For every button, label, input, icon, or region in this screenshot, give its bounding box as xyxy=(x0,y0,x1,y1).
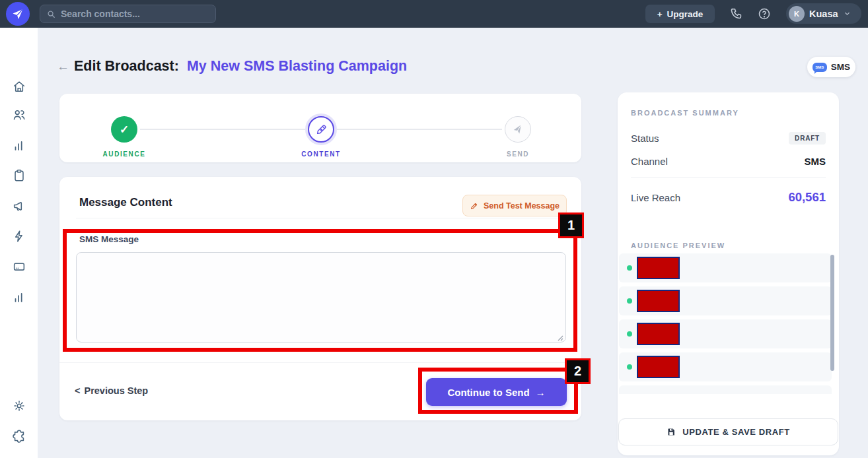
avatar: K xyxy=(789,6,805,22)
paper-plane-icon xyxy=(512,123,524,135)
audience-list-item xyxy=(619,286,832,315)
clipboard-icon[interactable] xyxy=(12,168,26,183)
audience-list-item xyxy=(619,253,832,282)
update-save-draft-button[interactable]: UPDATE & SAVE DRAFT xyxy=(618,418,838,445)
audience-preview-list xyxy=(619,253,832,394)
campaign-name: My New SMS Blasting Campaign xyxy=(187,58,407,74)
resize-handle-icon[interactable] xyxy=(556,334,563,341)
phone-icon[interactable] xyxy=(729,7,744,21)
continue-to-send-button[interactable]: Continue to Send → xyxy=(426,378,567,406)
live-reach-value: 60,561 xyxy=(788,190,826,205)
redacted-name xyxy=(637,257,680,279)
save-draft-label: UPDATE & SAVE DRAFT xyxy=(682,427,790,437)
step-audience[interactable]: ✓ xyxy=(111,116,137,143)
help-icon[interactable] xyxy=(757,7,772,21)
audience-list-item xyxy=(619,352,832,381)
upgrade-label: Upgrade xyxy=(667,9,704,19)
page-title: Edit Broadcast: My New SMS Blasting Camp… xyxy=(74,58,407,75)
search-bar xyxy=(40,5,216,23)
paper-plane-logo-icon xyxy=(11,7,24,20)
gear-icon[interactable] xyxy=(12,399,26,413)
online-dot-icon xyxy=(627,364,632,370)
check-icon: ✓ xyxy=(120,123,129,137)
status-badge: DRAFT xyxy=(789,132,826,145)
redacted-name xyxy=(637,323,680,345)
user-menu[interactable]: K Kuasa xyxy=(786,3,861,24)
step-content[interactable] xyxy=(308,116,334,143)
summary-heading: BROADCAST SUMMARY xyxy=(631,109,739,117)
online-dot-icon xyxy=(627,331,632,337)
card-icon[interactable] xyxy=(12,259,26,274)
redacted-name xyxy=(637,356,680,378)
search-icon xyxy=(46,9,56,19)
step-label-send: SEND xyxy=(478,150,558,158)
live-reach-label: Live Reach xyxy=(631,192,680,203)
sms-bubble-icon: SMS xyxy=(813,63,827,72)
redacted-name xyxy=(637,290,680,312)
message-content-card: Message Content Send Test Message SMS Me… xyxy=(59,177,581,420)
broadcast-summary-panel: BROADCAST SUMMARY Status DRAFT Channel S… xyxy=(618,92,839,455)
lightning-icon[interactable] xyxy=(12,229,26,244)
channel-badge: SMS SMS xyxy=(807,57,855,77)
app-logo[interactable] xyxy=(6,2,30,26)
step-label-content: CONTENT xyxy=(281,150,361,158)
left-sidebar xyxy=(0,28,38,458)
audience-preview-heading: AUDIENCE PREVIEW xyxy=(631,242,725,249)
channel-value: SMS xyxy=(804,156,826,167)
chevron-left-icon: < xyxy=(75,385,80,396)
home-icon[interactable] xyxy=(12,79,26,94)
arrow-right-icon: → xyxy=(536,387,546,398)
step-connector xyxy=(140,129,305,130)
chevron-down-icon xyxy=(843,9,851,18)
step-send[interactable] xyxy=(505,116,531,143)
channel-row: Channel SMS xyxy=(631,156,826,167)
sms-message-label: SMS Message xyxy=(79,234,139,244)
title-prefix: Edit Broadcast: xyxy=(74,58,179,74)
plus-icon: + xyxy=(657,9,663,19)
divider xyxy=(59,362,581,363)
channel-badge-label: SMS xyxy=(831,62,850,72)
step-connector xyxy=(337,129,502,130)
floppy-disk-icon xyxy=(667,427,676,437)
send-test-label: Send Test Message xyxy=(484,201,560,211)
contacts-icon[interactable] xyxy=(12,108,26,122)
divider xyxy=(631,177,826,178)
online-dot-icon xyxy=(627,265,632,271)
sms-message-textarea[interactable] xyxy=(76,252,566,343)
back-arrow[interactable]: ← xyxy=(57,59,69,74)
status-row: Status DRAFT xyxy=(631,132,826,145)
user-name: Kuasa xyxy=(809,9,838,19)
card-title: Message Content xyxy=(79,196,172,209)
online-dot-icon xyxy=(627,298,632,304)
scrollbar-thumb[interactable] xyxy=(830,255,834,371)
stepper-card: ✓ AUDIENCE CONTENT SEND xyxy=(59,94,581,162)
step-label-audience: AUDIENCE xyxy=(85,150,164,158)
live-reach-row: Live Reach 60,561 xyxy=(631,190,826,205)
chart-icon[interactable] xyxy=(12,138,26,152)
previous-step-button[interactable]: < Previous Step xyxy=(75,385,148,396)
previous-step-label: Previous Step xyxy=(84,385,148,396)
status-label: Status xyxy=(631,133,659,144)
search-input[interactable] xyxy=(61,9,209,19)
top-navbar: + Upgrade K Kuasa xyxy=(0,0,868,28)
megaphone-icon[interactable] xyxy=(12,199,26,213)
analytics-icon[interactable] xyxy=(12,290,26,304)
channel-label: Channel xyxy=(631,156,668,167)
puzzle-icon[interactable] xyxy=(12,429,26,443)
pen-icon xyxy=(470,201,479,211)
send-test-message-button[interactable]: Send Test Message xyxy=(462,195,567,216)
pen-nib-icon xyxy=(315,123,328,136)
upgrade-button[interactable]: + Upgrade xyxy=(645,5,715,23)
divider xyxy=(76,218,565,218)
audience-list-item xyxy=(619,385,832,394)
continue-label: Continue to Send xyxy=(447,387,529,398)
audience-list-item xyxy=(619,319,832,348)
